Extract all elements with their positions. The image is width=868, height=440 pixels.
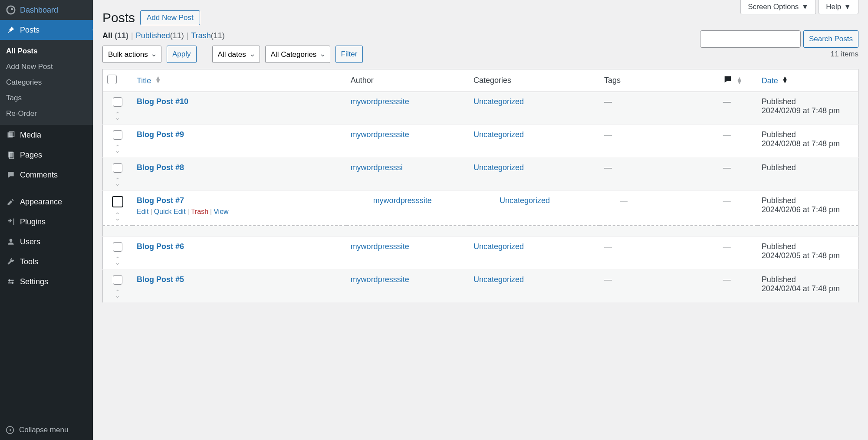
- page-title: Posts: [102, 10, 135, 25]
- menu-pages-label: Pages: [20, 151, 42, 160]
- search-posts-input[interactable]: [700, 30, 801, 48]
- author-link[interactable]: mywordpresssite: [351, 97, 409, 106]
- row-checkbox[interactable]: [113, 97, 122, 107]
- chevron-down-icon: ▼: [801, 3, 809, 11]
- comments-cell: —: [719, 92, 757, 125]
- drag-handle-icon[interactable]: ⌃⌄: [115, 290, 120, 297]
- menu-posts[interactable]: Posts: [0, 20, 93, 40]
- tools-icon: [6, 257, 16, 266]
- menu-settings[interactable]: Settings: [0, 272, 93, 292]
- submenu-categories[interactable]: Categories: [0, 75, 93, 90]
- date-cell: Published2024/02/09 at 7:48 pm: [757, 92, 858, 125]
- table-row: ⌃⌄Blog Post #10mywordpresssiteUncategori…: [103, 92, 858, 125]
- collapse-icon: [5, 425, 15, 435]
- author-link[interactable]: mywordpresssite: [351, 130, 409, 139]
- filter-published[interactable]: Published: [136, 31, 170, 40]
- menu-dashboard[interactable]: Dashboard: [0, 0, 93, 20]
- menu-comments-label: Comments: [20, 171, 58, 180]
- date-cell: Published2024/02/04 at 7:48 pm: [757, 270, 858, 303]
- appearance-icon: [6, 197, 16, 207]
- drag-handle-icon[interactable]: ⌃⌄: [115, 178, 120, 185]
- row-checkbox[interactable]: [113, 275, 122, 285]
- collapse-menu[interactable]: Collapse menu: [0, 420, 93, 440]
- author-link[interactable]: mywordpresssite: [351, 275, 409, 284]
- menu-tools[interactable]: Tools: [0, 252, 93, 272]
- post-title-link[interactable]: Blog Post #7: [137, 196, 184, 205]
- menu-plugins[interactable]: Plugins: [0, 212, 93, 232]
- screen-options-tab[interactable]: Screen Options ▼: [740, 0, 816, 14]
- menu-users-label: Users: [20, 237, 40, 246]
- filter-button[interactable]: Filter: [335, 46, 363, 63]
- category-link[interactable]: Uncategorized: [473, 242, 524, 251]
- select-all-col: [103, 69, 132, 92]
- table-row: ⌃⌄Blog Post #9mywordpresssiteUncategoriz…: [103, 125, 858, 158]
- add-new-post-button[interactable]: Add New Post: [140, 10, 200, 25]
- comments-icon: [6, 170, 16, 180]
- date-cell: Published2024/02/06 at 7:48 pm: [757, 191, 858, 226]
- category-link[interactable]: Uncategorized: [473, 130, 524, 139]
- edit-link[interactable]: Edit: [137, 208, 149, 215]
- menu-users[interactable]: Users: [0, 232, 93, 252]
- category-link[interactable]: Uncategorized: [500, 196, 550, 205]
- table-row: ⌃⌄Blog Post #5mywordpresssiteUncategoriz…: [103, 270, 858, 303]
- sort-icon: ▲▼: [155, 76, 161, 83]
- post-title-link[interactable]: Blog Post #5: [137, 275, 184, 284]
- author-link[interactable]: mywordpresssi: [351, 163, 403, 172]
- filter-all[interactable]: All (11): [102, 31, 128, 40]
- search-posts-button[interactable]: Search Posts: [803, 30, 858, 48]
- post-title-link[interactable]: Blog Post #10: [137, 97, 188, 106]
- tags-cell: —: [600, 270, 719, 303]
- col-comments: ▲▼: [719, 69, 757, 92]
- quick-edit-link[interactable]: Quick Edit: [154, 208, 186, 215]
- tags-cell: —: [600, 191, 719, 226]
- drag-handle-icon[interactable]: ⌃⌄: [115, 213, 120, 220]
- category-link[interactable]: Uncategorized: [473, 97, 524, 106]
- drag-handle-icon[interactable]: ⌃⌄: [115, 145, 120, 152]
- submenu-tags[interactable]: Tags: [0, 90, 93, 106]
- collapse-menu-label: Collapse menu: [19, 426, 68, 434]
- post-title-link[interactable]: Blog Post #6: [137, 242, 184, 251]
- sort-icon: ▲▼: [782, 76, 788, 83]
- menu-comments[interactable]: Comments: [0, 165, 93, 185]
- category-filter-select[interactable]: All Categories: [265, 46, 330, 63]
- comments-cell: —: [719, 191, 757, 226]
- category-link[interactable]: Uncategorized: [473, 275, 524, 284]
- row-checkbox[interactable]: [113, 242, 122, 252]
- pages-icon: [6, 150, 16, 160]
- author-link[interactable]: mywordpresssite: [373, 196, 432, 205]
- tags-cell: —: [600, 158, 719, 191]
- row-checkbox[interactable]: [113, 130, 122, 140]
- media-icon: [6, 130, 16, 140]
- drag-handle-icon[interactable]: ⌃⌄: [115, 112, 120, 119]
- row-checkbox[interactable]: [113, 163, 122, 173]
- col-title[interactable]: Title: [137, 76, 151, 85]
- apply-button[interactable]: Apply: [167, 46, 197, 63]
- submenu-reorder[interactable]: Re-Order: [0, 106, 93, 121]
- author-link[interactable]: mywordpresssite: [351, 242, 409, 251]
- drag-handle-icon[interactable]: ⌃⌄: [115, 257, 120, 264]
- menu-plugins-label: Plugins: [20, 217, 46, 227]
- submenu-all-posts[interactable]: All Posts: [0, 43, 93, 59]
- help-tab[interactable]: Help ▼: [819, 0, 858, 14]
- col-date[interactable]: Date: [762, 76, 778, 85]
- date-filter-select[interactable]: All dates: [212, 46, 260, 63]
- row-checkbox[interactable]: [112, 196, 123, 207]
- category-link[interactable]: Uncategorized: [473, 163, 524, 172]
- menu-appearance[interactable]: Appearance: [0, 192, 93, 212]
- trash-link[interactable]: Trash: [191, 208, 208, 215]
- menu-pages[interactable]: Pages: [0, 145, 93, 165]
- bulk-actions-select[interactable]: Bulk actions: [102, 46, 161, 63]
- menu-media[interactable]: Media: [0, 125, 93, 145]
- col-author: Author: [346, 69, 469, 92]
- row-actions: Edit|Quick Edit|Trash|View: [137, 208, 342, 216]
- post-title-link[interactable]: Blog Post #9: [137, 130, 184, 139]
- svg-point-5: [10, 239, 13, 242]
- menu-settings-label: Settings: [20, 277, 48, 286]
- select-all-checkbox[interactable]: [107, 75, 117, 84]
- post-title-link[interactable]: Blog Post #8: [137, 163, 184, 172]
- menu-tools-label: Tools: [20, 257, 38, 266]
- submenu-add-new-post[interactable]: Add New Post: [0, 59, 93, 75]
- chevron-down-icon: ▼: [844, 3, 851, 11]
- filter-trash[interactable]: Trash: [191, 31, 211, 40]
- view-link[interactable]: View: [214, 208, 228, 215]
